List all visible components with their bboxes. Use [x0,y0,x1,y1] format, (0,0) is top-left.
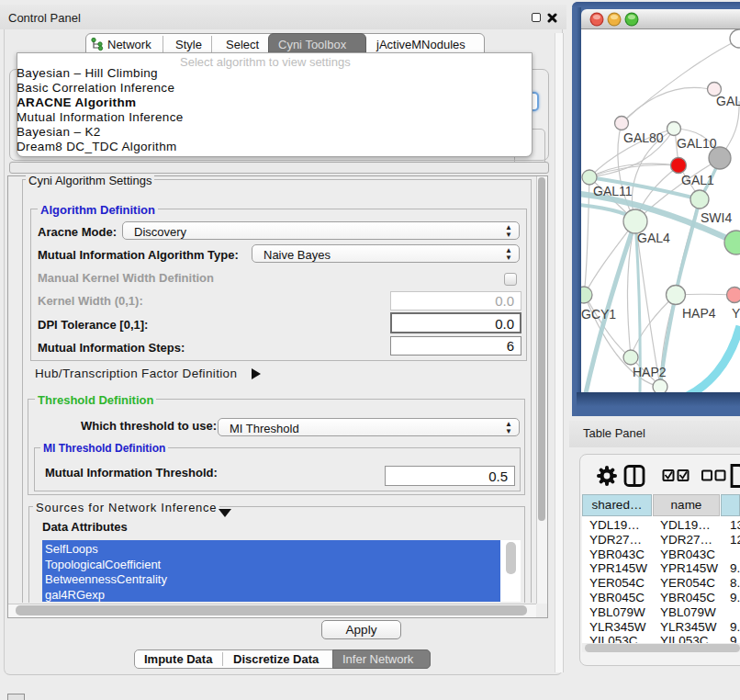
svg-text:GAL80: GAL80 [623,130,664,145]
svg-text:HAP2: HAP2 [633,365,667,379]
svg-text:GAL10: GAL10 [677,136,717,151]
svg-text:GAL1: GAL1 [681,173,714,187]
svg-text:SWI4: SWI4 [701,210,732,225]
svg-text:YM: YM [732,306,740,321]
svg-text:HAP4: HAP4 [682,306,716,321]
svg-text:GAL11: GAL11 [593,184,633,198]
svg-text:GAL4: GAL4 [637,231,670,245]
svg-text:GAL7: GAL7 [716,94,740,108]
svg-text:GCY1: GCY1 [581,307,616,322]
